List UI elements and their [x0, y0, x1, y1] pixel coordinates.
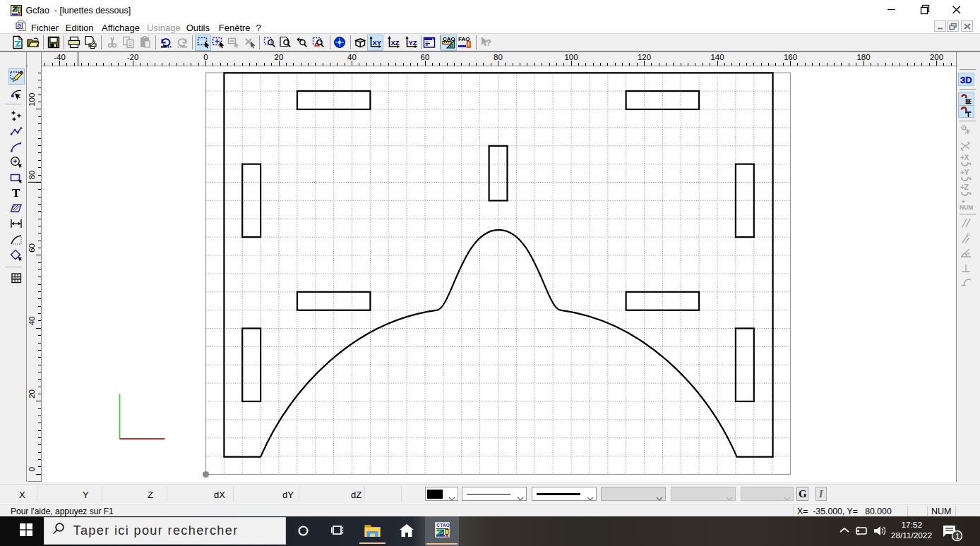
svg-text:140: 140 — [710, 53, 724, 61]
svg-text:40: 40 — [347, 53, 357, 61]
svg-text:XY: XY — [373, 39, 382, 47]
svg-text:P: P — [967, 232, 970, 238]
svg-text:1: 1 — [955, 532, 960, 540]
svg-text:20: 20 — [28, 389, 36, 399]
svg-text:NUM: NUM — [960, 204, 973, 211]
svg-text:-40: -40 — [54, 53, 66, 61]
svg-text:YZ: YZ — [408, 39, 417, 47]
svg-text:CTAO: CTAO — [436, 523, 450, 528]
svg-text:+Y: +Y — [960, 169, 969, 176]
svg-text:100: 100 — [564, 53, 578, 61]
svg-text:T: T — [12, 186, 20, 200]
svg-text:-20: -20 — [127, 53, 139, 61]
svg-text:?: ? — [486, 37, 491, 48]
svg-text:XZ: XZ — [390, 39, 399, 47]
svg-text:+Z: +Z — [960, 183, 969, 191]
svg-text:80: 80 — [28, 171, 36, 180]
svg-text:180: 180 — [856, 53, 870, 61]
svg-text:60: 60 — [28, 243, 36, 253]
svg-text:G: G — [18, 23, 22, 29]
svg-text:a: a — [967, 251, 969, 256]
svg-text:0: 0 — [203, 53, 208, 61]
svg-text:80: 80 — [494, 53, 503, 61]
svg-text:40: 40 — [28, 317, 36, 326]
svg-text:+X: +X — [960, 154, 969, 162]
svg-text:FAO: FAO — [458, 36, 470, 42]
svg-text:100: 100 — [28, 93, 36, 107]
svg-text:160: 160 — [784, 53, 797, 61]
svg-text:3D: 3D — [960, 75, 972, 85]
svg-text:60: 60 — [421, 53, 430, 61]
svg-text:200: 200 — [930, 53, 943, 61]
svg-text:20: 20 — [275, 53, 284, 61]
svg-text:120: 120 — [638, 53, 651, 61]
svg-text:0: 0 — [28, 467, 36, 471]
